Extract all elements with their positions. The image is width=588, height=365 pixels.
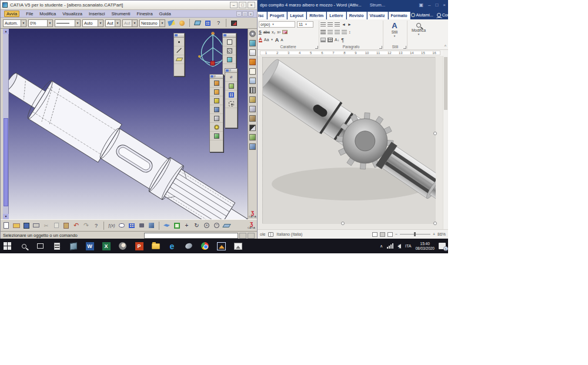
tab-riferimenti[interactable]: Riferim <box>307 12 326 19</box>
tab-formato[interactable]: Formato <box>389 12 410 19</box>
collapse-ribbon-icon[interactable]: ^ <box>445 44 446 48</box>
wizard-icon[interactable] <box>178 19 186 27</box>
help-cursor-icon[interactable]: ? <box>92 222 100 229</box>
selection-handle-right[interactable] <box>433 132 437 135</box>
subscript-button[interactable]: x₂ <box>272 30 275 34</box>
bullet-list-icon[interactable] <box>320 22 326 26</box>
measure-icon[interactable]: ⌀ <box>225 73 237 82</box>
powerpoint-taskbar-icon[interactable]: P <box>134 241 144 251</box>
print-layout-icon[interactable] <box>380 232 385 237</box>
pocket-tool-icon[interactable] <box>249 115 256 122</box>
satellite-dish-icon[interactable] <box>183 241 193 251</box>
save-icon[interactable] <box>22 222 30 229</box>
font-size-combo[interactable]: 11▼ <box>297 21 313 28</box>
sketcher-toolbar[interactable]: F <box>209 74 223 152</box>
editing-button[interactable]: Modifica ▼ <box>409 21 429 44</box>
selection-handle-bottom[interactable] <box>341 222 345 225</box>
tab-revisione[interactable]: Revisio <box>347 12 367 19</box>
inserted-shaft-photo[interactable] <box>262 57 435 223</box>
catalog-browser-icon[interactable] <box>203 19 212 27</box>
align-left-icon[interactable] <box>320 30 326 34</box>
chevron-down-icon[interactable]: ▼ <box>75 20 80 26</box>
catia-3d-viewport[interactable]: ▲ ▼ <box>3 29 249 219</box>
chevron-down-icon[interactable]: ▼ <box>272 23 274 26</box>
tab-visualizza[interactable]: Visualiz <box>368 12 388 19</box>
paste-icon[interactable] <box>62 222 70 229</box>
highlight-pen-icon[interactable] <box>282 30 288 34</box>
open-icon[interactable] <box>12 222 20 229</box>
catia-minimize-button[interactable]: – <box>230 2 238 8</box>
pad-icon[interactable] <box>210 79 223 88</box>
tab-layout[interactable]: Layout <box>288 12 306 19</box>
language-indicator[interactable]: ITA <box>405 244 411 248</box>
pilcrow-icon[interactable]: ¶ <box>341 37 344 43</box>
chevron-down-icon[interactable]: ▼ <box>21 20 26 26</box>
gear-workbench-icon[interactable] <box>249 31 256 37</box>
notification-icon[interactable]: 1 <box>439 243 446 249</box>
font-color-button[interactable]: A <box>259 37 262 42</box>
box-icon[interactable] <box>249 96 256 103</box>
menu-avvia[interactable]: Avvia <box>4 11 19 17</box>
decrease-indent-icon[interactable]: ◄ <box>342 22 346 26</box>
menu-modifica[interactable]: Modifica <box>39 11 56 16</box>
scrollbar-thumb[interactable] <box>4 118 8 206</box>
zoom-level[interactable]: 86% <box>437 232 446 236</box>
grid-icon[interactable] <box>225 91 237 99</box>
chevron-down-icon[interactable]: ▼ <box>115 20 120 26</box>
binoculars-icon[interactable] <box>249 87 256 93</box>
shaft-icon[interactable] <box>210 105 223 114</box>
word-document-area[interactable] <box>258 56 443 229</box>
strikethrough-button[interactable]: abc <box>263 30 270 34</box>
viewport-vertical-scrollbar[interactable]: ▲ ▼ <box>3 29 9 219</box>
ribbon-display-options-icon[interactable]: ▣ <box>419 1 423 9</box>
catia-titlebar[interactable]: CATIA V5 per lo studente - [albero.scana… <box>1 1 257 10</box>
numbered-list-icon[interactable] <box>328 22 333 26</box>
normal-view-icon[interactable] <box>223 222 230 229</box>
groove-icon[interactable] <box>210 114 223 123</box>
command-ok-button[interactable] <box>239 233 246 239</box>
horizontal-ruler[interactable]: 1 2 3 4 5 6 7 8 9 10 11 12 13 14 15 16 <box>258 50 443 56</box>
menu-strumenti[interactable]: Strumenti <box>111 11 130 16</box>
borders-icon[interactable] <box>328 38 333 42</box>
notes-icon[interactable] <box>249 68 256 75</box>
network-icon[interactable] <box>387 243 393 249</box>
word-taskbar-icon[interactable]: W <box>85 241 95 251</box>
line-spacing-icon[interactable]: ↕ <box>349 30 351 34</box>
print-icon[interactable] <box>32 222 40 229</box>
new-document-icon[interactable] <box>2 222 10 229</box>
word-titlebar[interactable]: dpo compito 4 marzo albero e mozzo - Wor… <box>258 0 448 10</box>
fit-all-in-icon[interactable] <box>173 222 181 229</box>
zoom-slider-thumb[interactable] <box>414 232 416 236</box>
menu-visualizza[interactable]: Visualizza <box>62 11 82 16</box>
chevron-down-icon[interactable]: ▼ <box>305 23 307 26</box>
styles-dialog-launcher[interactable] <box>403 46 406 49</box>
shading-icon[interactable] <box>320 38 326 42</box>
mirror-icon[interactable] <box>249 143 256 150</box>
menu-guida[interactable]: Guida <box>159 11 171 16</box>
whats-this-icon[interactable]: ? <box>214 19 223 27</box>
fillet-icon[interactable] <box>249 125 256 131</box>
pocket-icon[interactable] <box>210 96 223 105</box>
plane-icon[interactable] <box>174 55 184 64</box>
volume-icon[interactable] <box>397 244 401 249</box>
mdi-restore-button[interactable]: □ <box>242 11 248 16</box>
search-icon[interactable] <box>19 241 29 251</box>
read-mode-icon[interactable] <box>372 232 377 237</box>
apply-material-icon[interactable] <box>225 82 237 91</box>
hole-wheel-icon[interactable] <box>210 123 223 132</box>
word-vertical-scrollbar[interactable] <box>443 56 448 229</box>
pan-icon[interactable]: + <box>183 222 191 229</box>
command-cancel-button[interactable] <box>248 233 255 239</box>
change-case-button[interactable]: Aa <box>264 38 269 42</box>
tab-progettazione[interactable]: Progett <box>268 12 288 19</box>
paint-app-icon[interactable] <box>118 241 128 251</box>
transparency-combo[interactable]: 0%▼ <box>28 19 53 27</box>
zoom-slider[interactable] <box>400 234 430 235</box>
calculator-icon[interactable] <box>52 241 62 251</box>
word-close-button[interactable]: × <box>443 1 446 9</box>
font-dialog-launcher[interactable] <box>315 46 318 49</box>
proofing-icon[interactable] <box>268 232 273 237</box>
lock-icon[interactable] <box>138 222 145 229</box>
comment-icon[interactable] <box>118 222 125 229</box>
select-cursor-icon[interactable] <box>249 59 256 65</box>
